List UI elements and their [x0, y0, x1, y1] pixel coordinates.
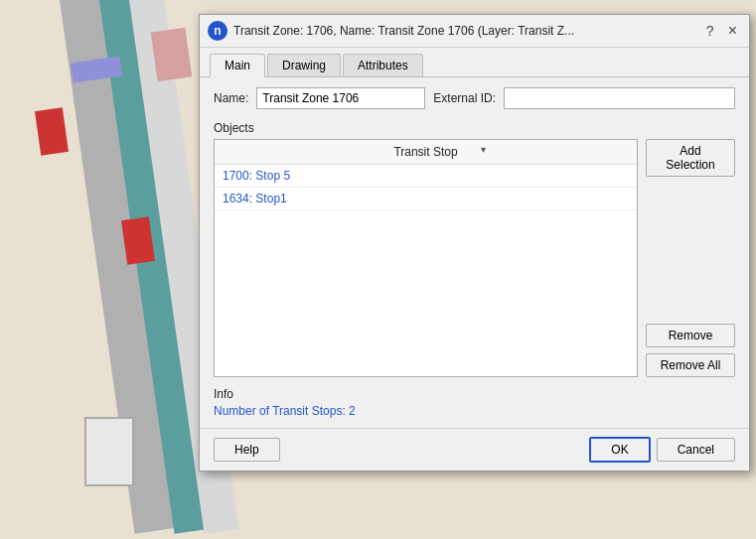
- dialog-title: Transit Zone: 1706, Name: Transit Zone 1…: [233, 24, 696, 38]
- dialog-close-button[interactable]: ×: [724, 22, 741, 40]
- help-button[interactable]: Help: [214, 438, 280, 462]
- objects-area: Transit Stop 1700: Stop 5 1634: Stop1 Ad…: [214, 139, 735, 377]
- name-label: Name:: [214, 91, 248, 105]
- remove-all-button[interactable]: Remove All: [646, 353, 735, 377]
- dialog-content: Name: External ID: Objects Transit Stop …: [200, 77, 749, 428]
- external-id-label: External ID:: [433, 91, 496, 105]
- dialog-footer: Help OK Cancel: [200, 428, 749, 471]
- dialog-help-icon-button[interactable]: ?: [702, 23, 718, 39]
- objects-section-label: Objects: [214, 121, 735, 135]
- red-rect-2: [121, 216, 155, 264]
- tab-drawing[interactable]: Drawing: [267, 54, 341, 76]
- remove-button[interactable]: Remove: [646, 324, 735, 347]
- objects-buttons: Add Selection Remove Remove All: [646, 139, 735, 377]
- red-rect-1: [35, 107, 69, 155]
- objects-section: Objects Transit Stop 1700: Stop 5 1634: …: [214, 121, 735, 377]
- tab-main[interactable]: Main: [210, 54, 265, 77]
- objects-table-header: Transit Stop: [215, 140, 637, 165]
- dialog-titlebar: n Transit Zone: 1706, Name: Transit Zone…: [200, 15, 749, 48]
- tab-attributes[interactable]: Attributes: [343, 54, 423, 76]
- ok-button[interactable]: OK: [589, 437, 650, 463]
- transit-zone-dialog: n Transit Zone: 1706, Name: Transit Zone…: [199, 14, 750, 472]
- name-row: Name: External ID:: [214, 87, 735, 109]
- add-selection-button[interactable]: Add Selection: [646, 139, 735, 177]
- pink-rect: [151, 28, 193, 81]
- info-label: Info: [214, 387, 735, 401]
- external-id-input[interactable]: [504, 87, 735, 109]
- dialog-app-icon: n: [208, 21, 227, 41]
- info-section: Info Number of Transit Stops: 2: [214, 387, 735, 418]
- tab-bar: Main Drawing Attributes: [200, 48, 749, 77]
- transit-stop-link-1700[interactable]: 1700: Stop 5: [223, 169, 290, 183]
- name-input[interactable]: [256, 87, 425, 109]
- info-text: Number of Transit Stops: 2: [214, 404, 735, 418]
- transit-stop-link-1634[interactable]: 1634: Stop1: [223, 192, 287, 205]
- objects-table: Transit Stop 1700: Stop 5 1634: Stop1: [214, 139, 638, 377]
- table-row[interactable]: 1700: Stop 5: [215, 165, 637, 188]
- cancel-button[interactable]: Cancel: [657, 438, 735, 462]
- table-row[interactable]: 1634: Stop1: [215, 188, 637, 210]
- road-dash: [84, 417, 134, 486]
